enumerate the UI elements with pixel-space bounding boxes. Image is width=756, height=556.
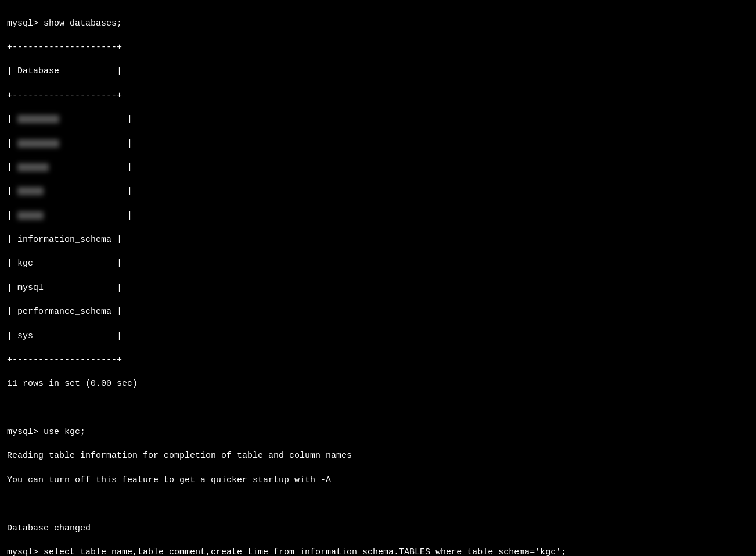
db-row-3: | | <box>7 163 132 173</box>
db-row-1: | | <box>7 114 132 124</box>
db-row-4: | | <box>7 186 132 196</box>
cmd-show-databases: mysql> show databases; <box>7 19 122 28</box>
db-row-kgc: | kgc | <box>7 259 122 268</box>
cmd-use-kgc: mysql> use kgc; <box>7 427 85 437</box>
turn-off-feature: You can turn off this feature to get a q… <box>7 475 331 485</box>
db-row-information-schema: | information_schema | <box>7 235 122 245</box>
database-changed: Database changed <box>7 523 91 533</box>
terminal-output: mysql> show databases; +----------------… <box>7 6 749 556</box>
rows-count-databases: 11 rows in set (0.00 sec) <box>7 379 138 389</box>
table-border-header: +--------------------+ <box>7 91 122 101</box>
table-border-top: +--------------------+ <box>7 42 122 52</box>
table-border-bottom: +--------------------+ <box>7 355 122 365</box>
db-row-performance-schema: | performance_schema | <box>7 307 122 317</box>
db-row-sys: | sys | <box>7 331 122 341</box>
db-row-2: | | <box>7 139 132 149</box>
reading-table-info: Reading table information for completion… <box>7 451 352 461</box>
cmd-select-tables: mysql> select table_name,table_comment,c… <box>7 547 566 556</box>
db-row-mysql: | mysql | <box>7 283 122 293</box>
table-header: | Database | <box>7 66 122 76</box>
db-row-5: | | <box>7 211 132 221</box>
